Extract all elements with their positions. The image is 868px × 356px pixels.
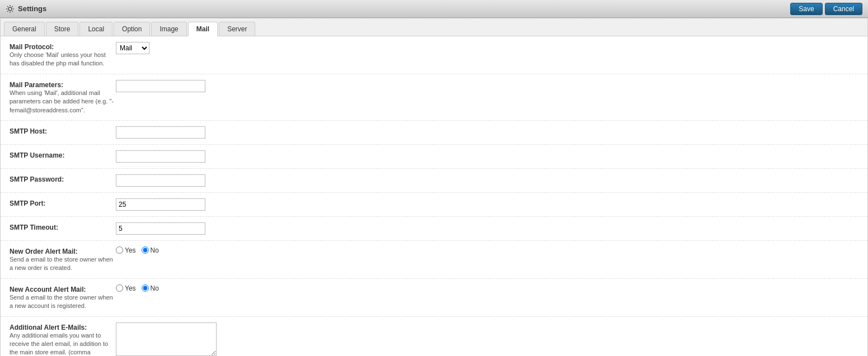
mail-parameters-input-col bbox=[116, 80, 858, 92]
tab-store[interactable]: Store bbox=[46, 22, 79, 36]
new-order-alert-yes-label[interactable]: Yes bbox=[116, 246, 136, 254]
smtp-timeout-input-col bbox=[116, 222, 858, 235]
mail-protocol-row: Mail Protocol: Only choose 'Mail' unless… bbox=[1, 36, 867, 74]
additional-alert-emails-row: Additional Alert E-Mails: Any additional… bbox=[1, 317, 867, 356]
smtp-timeout-row: SMTP Timeout: bbox=[1, 217, 867, 241]
new-account-alert-yes-label[interactable]: Yes bbox=[116, 284, 136, 292]
new-order-alert-input-col: Yes No bbox=[116, 246, 858, 254]
mail-parameters-input[interactable] bbox=[116, 80, 205, 92]
smtp-host-input[interactable] bbox=[116, 126, 205, 139]
smtp-host-row: SMTP Host: bbox=[1, 121, 867, 145]
smtp-password-input[interactable] bbox=[116, 174, 205, 187]
smtp-host-label: SMTP Host: bbox=[10, 126, 116, 135]
title-bar: Settings Save Cancel bbox=[0, 0, 868, 18]
tab-image[interactable]: Image bbox=[151, 22, 186, 36]
smtp-password-input-col bbox=[116, 174, 858, 187]
mail-parameters-row: Mail Parameters: When using 'Mail', addi… bbox=[1, 74, 867, 121]
tab-server[interactable]: Server bbox=[219, 22, 255, 36]
new-account-alert-radio-group: Yes No bbox=[116, 284, 159, 292]
new-account-alert-label: New Account Alert Mail: Send a email to … bbox=[10, 284, 116, 311]
smtp-username-label: SMTP Username: bbox=[10, 150, 116, 159]
settings-icon bbox=[6, 4, 15, 13]
tab-option[interactable]: Option bbox=[114, 22, 150, 36]
additional-alert-emails-label: Additional Alert E-Mails: Any additional… bbox=[10, 322, 116, 356]
title-bar-left: Settings bbox=[6, 4, 46, 13]
smtp-username-row: SMTP Username: bbox=[1, 145, 867, 169]
new-account-alert-row: New Account Alert Mail: Send a email to … bbox=[1, 279, 867, 317]
additional-alert-emails-input-col bbox=[116, 322, 858, 356]
smtp-host-input-col bbox=[116, 126, 858, 139]
svg-point-0 bbox=[8, 7, 12, 11]
new-account-alert-no-label[interactable]: No bbox=[142, 284, 159, 292]
new-order-alert-label: New Order Alert Mail: Send a email to th… bbox=[10, 246, 116, 273]
title-bar-buttons: Save Cancel bbox=[790, 3, 862, 15]
page-title: Settings bbox=[18, 4, 46, 13]
tab-general[interactable]: General bbox=[4, 22, 45, 36]
tab-local[interactable]: Local bbox=[79, 22, 112, 36]
smtp-username-input[interactable] bbox=[116, 150, 205, 163]
tabs-bar: General Store Local Option Image Mail Se… bbox=[1, 18, 867, 36]
smtp-port-input[interactable] bbox=[116, 198, 205, 211]
save-button[interactable]: Save bbox=[790, 3, 822, 15]
new-order-alert-no-label[interactable]: No bbox=[142, 246, 159, 254]
new-order-alert-radio-group: Yes No bbox=[116, 246, 159, 254]
smtp-password-label: SMTP Password: bbox=[10, 174, 116, 183]
new-order-alert-row: New Order Alert Mail: Send a email to th… bbox=[1, 241, 867, 279]
new-order-alert-yes-radio[interactable] bbox=[116, 246, 123, 254]
form-content: Mail Protocol: Only choose 'Mail' unless… bbox=[1, 36, 867, 356]
new-account-alert-yes-radio[interactable] bbox=[116, 284, 123, 292]
additional-alert-emails-textarea[interactable] bbox=[116, 322, 217, 356]
smtp-timeout-label: SMTP Timeout: bbox=[10, 222, 116, 231]
smtp-password-row: SMTP Password: bbox=[1, 169, 867, 193]
smtp-timeout-input[interactable] bbox=[116, 222, 205, 235]
smtp-port-label: SMTP Port: bbox=[10, 198, 116, 207]
smtp-port-row: SMTP Port: bbox=[1, 193, 867, 217]
new-order-alert-no-radio[interactable] bbox=[142, 246, 149, 254]
mail-parameters-label: Mail Parameters: When using 'Mail', addi… bbox=[10, 80, 116, 115]
cancel-button[interactable]: Cancel bbox=[825, 3, 862, 15]
tab-mail[interactable]: Mail bbox=[188, 22, 218, 36]
mail-protocol-select[interactable]: Mail SMTP bbox=[116, 42, 149, 54]
new-account-alert-input-col: Yes No bbox=[116, 284, 858, 292]
mail-protocol-label: Mail Protocol: Only choose 'Mail' unless… bbox=[10, 42, 116, 68]
smtp-port-input-col bbox=[116, 198, 858, 211]
settings-container: General Store Local Option Image Mail Se… bbox=[0, 18, 868, 356]
new-account-alert-no-radio[interactable] bbox=[142, 284, 149, 292]
smtp-username-input-col bbox=[116, 150, 858, 163]
mail-protocol-input-col: Mail SMTP bbox=[116, 42, 858, 54]
